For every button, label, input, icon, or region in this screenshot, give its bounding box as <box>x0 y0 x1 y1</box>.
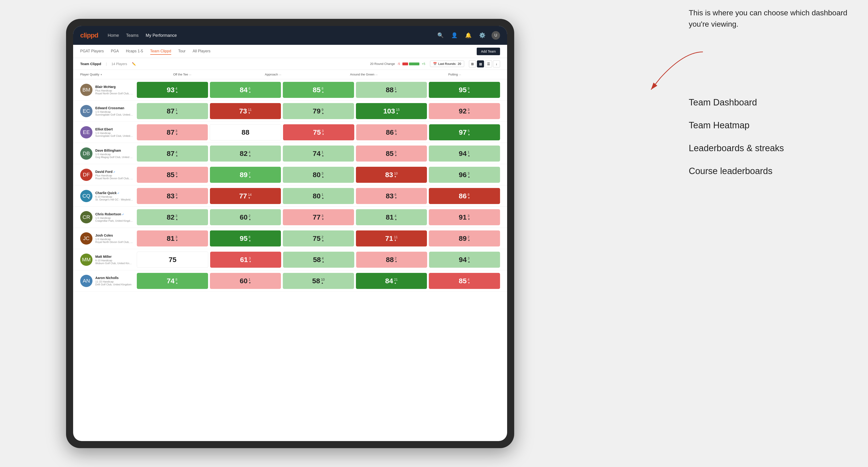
table-row[interactable]: BMBlair McHargPlus HandicapRoyal North D… <box>73 79 507 100</box>
tab-pga[interactable]: PGA <box>111 48 119 55</box>
stat-change: 21▲ <box>394 278 398 284</box>
stat-cell: 814▲ <box>356 209 427 225</box>
annotation-item-3: Leaderboards & streaks <box>689 142 854 155</box>
up-arrow-icon: ▲ <box>249 90 251 93</box>
stat-value: 92 <box>459 107 467 115</box>
stat-value: 82 <box>240 150 247 158</box>
add-team-button[interactable]: Add Team <box>477 48 500 55</box>
down-arrow-icon: ▼ <box>249 260 251 263</box>
table-row[interactable]: ECEdward Crossman1-5 HandicapSunningdale… <box>73 100 507 122</box>
top-nav: clippd Home Teams My Performance 🔍 👤 🔔 ⚙… <box>73 26 507 45</box>
table-row[interactable]: EEElliot Ebert1-5 HandicapSunningdale Go… <box>73 122 507 143</box>
stat-change: 4▲ <box>322 256 324 263</box>
stat-change: 11▼ <box>248 108 252 115</box>
user-avatar[interactable]: U <box>492 31 500 40</box>
edit-icon[interactable]: ✏️ <box>132 62 136 66</box>
tab-team-clippd[interactable]: Team Clippd <box>150 48 171 55</box>
change-num: 21 <box>394 278 398 281</box>
up-arrow-icon: ▲ <box>396 112 399 115</box>
up-arrow-icon: ▲ <box>176 281 178 284</box>
stat-cell: 773▼ <box>283 209 354 225</box>
notifications-button[interactable]: 🔔 <box>464 31 473 40</box>
change-num: 3 <box>322 129 323 133</box>
table-row[interactable]: CRChris Robertson ✓1-5 HandicapCraigmill… <box>73 207 507 228</box>
stat-value: 84 <box>385 277 393 285</box>
change-num: 3 <box>321 172 323 175</box>
stat-value: 94 <box>459 256 467 264</box>
nav-links: Home Teams My Performance <box>107 32 436 39</box>
up-arrow-icon: ▲ <box>321 281 323 284</box>
table-row[interactable]: CQCharlie Quick ✓6-10 HandicapSt. George… <box>73 185 507 207</box>
player-details: Elliot Ebert1-5 HandicapSunningdale Golf… <box>95 127 137 137</box>
stat-value: 71 <box>385 235 393 243</box>
stat-value: 75 <box>168 256 177 264</box>
table-row[interactable]: DFDavid Ford ✓Plus HandicapRoyal North D… <box>73 164 507 185</box>
stat-value: 91 <box>459 213 467 221</box>
down-arrow-icon: ▼ <box>176 239 178 242</box>
down-arrow-icon: ▼ <box>249 281 251 284</box>
annotation-list: Team Dashboard Team Heatmap Leaderboards… <box>689 96 854 178</box>
list-view-button[interactable]: ☰ <box>485 60 492 67</box>
settings-button[interactable]: ⚙️ <box>478 31 487 40</box>
up-arrow-icon: ▲ <box>467 90 470 93</box>
stat-value: 81 <box>385 213 394 221</box>
annotation-panel: This is where you can choose which dashb… <box>689 7 854 187</box>
stat-cell: 753▼ <box>283 124 354 140</box>
change-num: 5 <box>468 129 470 133</box>
stat-cell: 871▲ <box>137 103 208 119</box>
player-info: DBDave Billingham1-5 HandicapGog Magog G… <box>80 148 137 160</box>
stat-change: 6▼ <box>395 193 397 199</box>
tab-all-players[interactable]: All Players <box>193 48 211 55</box>
stat-cell: 75 <box>137 252 208 268</box>
player-details: Charlie Quick ✓6-10 HandicapSt. George's… <box>95 191 137 201</box>
stat-value: 58 <box>313 256 321 264</box>
profile-button[interactable]: 👤 <box>450 31 459 40</box>
stat-cell: 882▼ <box>356 252 427 268</box>
stat-value: 95 <box>459 86 467 94</box>
table-row[interactable]: MMMatt Miller6-10 HandicapWoburn Golf Cl… <box>73 249 507 270</box>
player-info: DFDavid Ford ✓Plus HandicapRoyal North D… <box>80 168 137 181</box>
stat-change: 3▲ <box>176 214 178 220</box>
change-num: 3 <box>467 172 469 175</box>
tab-tour[interactable]: Tour <box>178 48 186 55</box>
stat-change: 7▲ <box>249 172 251 178</box>
change-num: 14 <box>248 193 252 196</box>
tab-pgat-players[interactable]: PGAT Players <box>80 48 104 55</box>
table-row[interactable]: JCJosh Coles1-5 HandicapRoyal North Devo… <box>73 228 507 249</box>
stat-value: 80 <box>313 192 320 200</box>
stat-cell: 88 <box>210 124 281 140</box>
nav-my-performance[interactable]: My Performance <box>146 32 177 39</box>
stat-cell: 5810▲ <box>283 273 354 289</box>
last-rounds-button[interactable]: 📅 Last Rounds: 20 <box>430 61 464 67</box>
table-row[interactable]: DBDave Billingham1-5 HandicapGog Magog G… <box>73 143 507 164</box>
stat-change: 3▼ <box>467 108 470 115</box>
nav-teams[interactable]: Teams <box>126 32 138 39</box>
round-change-pos: +5 <box>422 62 425 66</box>
down-arrow-icon: ▼ <box>248 196 250 199</box>
change-num: 1 <box>321 193 323 196</box>
down-arrow-icon: ▼ <box>394 175 397 178</box>
download-button[interactable]: ↓ <box>493 60 500 67</box>
stat-value: 97 <box>459 128 467 136</box>
heatmap-view-button[interactable]: ▦ <box>477 60 484 67</box>
verified-icon: ✓ <box>113 170 115 173</box>
grid-view-button[interactable]: ⊞ <box>469 60 476 67</box>
search-button[interactable]: 🔍 <box>436 31 445 40</box>
change-num: 11 <box>248 108 252 112</box>
avatar: JC <box>80 232 92 245</box>
ipad-screen: clippd Home Teams My Performance 🔍 👤 🔔 ⚙… <box>73 26 507 441</box>
stat-change: 3▲ <box>467 172 470 178</box>
nav-logo: clippd <box>80 32 98 39</box>
down-arrow-icon: ▼ <box>467 196 470 199</box>
tab-hcaps[interactable]: Hcaps 1-5 <box>126 48 143 55</box>
avatar: CR <box>80 211 92 223</box>
stat-change: 10▼ <box>394 172 398 178</box>
change-num: 6 <box>395 129 397 133</box>
stat-cell: 873▼ <box>137 124 208 140</box>
player-club: Sunningdale Golf Club, United Kingdom <box>95 113 133 116</box>
up-arrow-icon: ▲ <box>322 260 324 263</box>
nav-home[interactable]: Home <box>107 32 119 39</box>
table-row[interactable]: ANAaron Nicholls11-15 HandicapDrift Golf… <box>73 270 507 291</box>
down-arrow-icon: ▼ <box>467 112 470 115</box>
change-num: 7 <box>249 172 250 175</box>
